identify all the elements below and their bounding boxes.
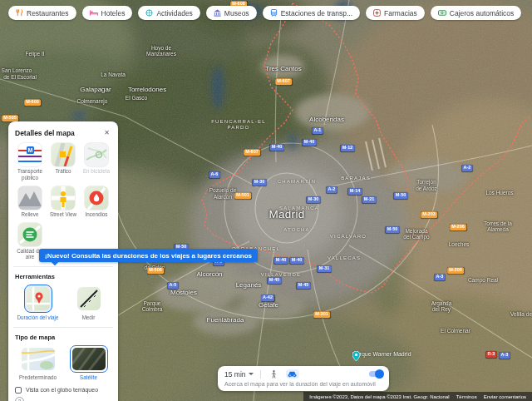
street-view-icon <box>52 186 75 210</box>
category-chip-bar: Restaurantes Hoteles Actividades Museos <box>8 6 521 20</box>
chip-restaurants[interactable]: Restaurantes <box>8 6 76 20</box>
map-type-label: Predeterminado <box>19 374 57 380</box>
chip-label: Farmacias <box>384 9 417 17</box>
help-icon[interactable]: ? <box>15 397 24 401</box>
chip-atms[interactable]: Cajeros automáticos <box>431 6 521 20</box>
chip-label: Estaciones de transp... <box>281 9 352 17</box>
detail-label: Street View <box>50 211 76 218</box>
divider <box>260 370 261 379</box>
bike-icon <box>85 143 108 166</box>
feedback-link[interactable]: Enviar comentarios <box>484 394 526 399</box>
travel-card-hint: Acerca el mapa para ver la duración del … <box>224 381 382 387</box>
chip-label: Hoteles <box>101 9 126 17</box>
activities-icon <box>145 9 153 17</box>
map-type-satellite[interactable]: Satélite <box>66 345 111 380</box>
museum-icon <box>214 9 221 17</box>
default-map-thumbnail <box>22 348 55 370</box>
walk-icon <box>271 370 277 379</box>
divider <box>13 266 113 267</box>
tool-label: Duración del viaje <box>17 314 58 321</box>
detail-wildfires[interactable]: Incendios <box>81 186 111 218</box>
travel-time-toggle[interactable] <box>369 371 382 377</box>
chip-museums[interactable]: Museos <box>206 6 257 20</box>
air-quality-icon <box>18 223 42 246</box>
atm-icon <box>438 9 446 17</box>
attribution-text: Imágenes ©2023, Datos del mapa ©2023 Ins… <box>309 394 449 399</box>
poi-pin-icon <box>352 351 360 361</box>
transit-map-icon: M <box>18 143 42 166</box>
chip-label: Actividades <box>156 9 192 17</box>
map-attribution: Imágenes ©2023, Datos del mapa ©2023 Ins… <box>303 392 532 401</box>
divider <box>13 327 113 328</box>
terms-link[interactable]: Términos <box>456 394 477 399</box>
map-type-label: Satélite <box>80 374 97 380</box>
tool-travel-time[interactable]: Duración del viaje <box>15 285 61 321</box>
detail-label: Transporte público <box>15 168 45 181</box>
walk-mode-button[interactable] <box>268 369 281 379</box>
poi-label: Parque Warner Madrid <box>352 351 411 357</box>
chevron-down-icon <box>249 373 254 375</box>
globe-view-row: Vista con el globo terráqueo <box>15 386 111 394</box>
duration-value: 15 min <box>224 370 246 379</box>
detail-label: En bicicleta <box>83 168 110 175</box>
restaurant-icon <box>16 9 23 17</box>
measure-icon <box>77 287 101 310</box>
car-icon <box>288 371 297 378</box>
chip-transit-stations[interactable]: Estaciones de transp... <box>263 6 360 20</box>
hotel-icon <box>90 9 98 17</box>
detail-street-view[interactable]: Street View <box>48 186 78 218</box>
detail-terrain[interactable]: Relieve <box>15 186 45 218</box>
detail-cycling[interactable]: En bicicleta <box>81 143 111 181</box>
terrain-icon <box>18 186 42 210</box>
new-feature-tooltip: ¡Nuevo! Consulta las duraciones de los v… <box>39 249 258 262</box>
chip-label: Cajeros automáticos <box>450 9 514 17</box>
tool-measure[interactable]: Medir <box>66 285 111 321</box>
detail-traffic[interactable]: Tráfico <box>48 143 78 181</box>
satellite-thumbnail <box>72 348 106 370</box>
traffic-icon <box>52 143 75 166</box>
detail-transit[interactable]: M Transporte público <box>15 143 45 181</box>
wildfire-icon <box>85 186 108 210</box>
chip-pharmacies[interactable]: Farmacias <box>366 6 425 20</box>
close-icon[interactable]: ✕ <box>102 128 111 137</box>
tool-label: Medir <box>82 314 96 321</box>
detail-label: Relieve <box>22 211 39 218</box>
pharmacy-icon <box>373 9 381 17</box>
travel-time-icon <box>27 287 50 310</box>
globe-view-label: Vista con el globo terráqueo <box>26 386 98 394</box>
chip-label: Museos <box>224 9 249 17</box>
duration-dropdown[interactable]: 15 min <box>224 370 254 379</box>
globe-view-checkbox[interactable] <box>15 387 22 394</box>
tools-heading: Herramientas <box>15 273 111 280</box>
chip-label: Restaurantes <box>27 9 69 17</box>
detail-label: Tráfico <box>55 168 71 175</box>
toggle-knob <box>375 369 384 379</box>
panel-title: Detalles del mapa <box>15 129 75 137</box>
poi-parque-warner[interactable]: Parque Warner Madrid <box>352 351 411 357</box>
map-type-heading: Tipo de mapa <box>15 334 111 341</box>
transit-icon <box>270 9 278 17</box>
svg-text:M: M <box>28 147 33 153</box>
map-type-default[interactable]: Predeterminado <box>15 345 61 380</box>
detail-label: Incendios <box>86 211 108 218</box>
chip-hotels[interactable]: Hoteles <box>82 6 133 20</box>
travel-time-card: 15 min Acerca el mapa para ver la duraci… <box>218 366 389 391</box>
drive-mode-button[interactable] <box>286 369 299 379</box>
chip-activities[interactable]: Actividades <box>138 6 200 20</box>
tooltip-text: ¡Nuevo! Consulta las duraciones de los v… <box>45 252 252 260</box>
